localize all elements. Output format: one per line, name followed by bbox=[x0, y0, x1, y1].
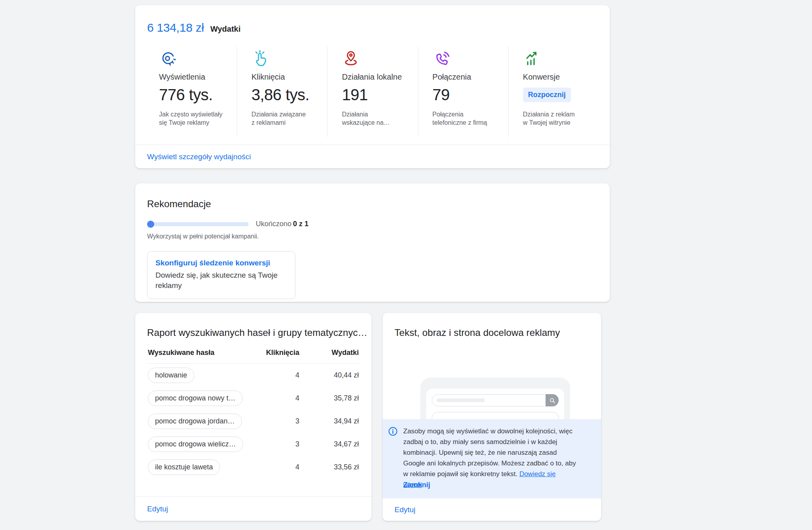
performance-summary-card: 6 134,18 zł Wydatki Wyświetlenia 776 tys… bbox=[135, 5, 610, 168]
clicks-value: 4 bbox=[252, 394, 299, 402]
progress-text: Ukończono0 z 1 bbox=[256, 220, 308, 228]
metric-stat: Rozpocznij bbox=[523, 84, 594, 105]
progress-indicator-dot bbox=[147, 221, 154, 228]
column-header-clicks: Kliknięcia bbox=[252, 349, 299, 357]
metric-value: 79 bbox=[433, 86, 450, 104]
spend-value: 34,94 zł bbox=[299, 417, 359, 425]
clicks-value: 4 bbox=[252, 371, 299, 379]
metric-stat: 191 bbox=[342, 84, 413, 105]
column-header-terms: Wyszukiwane hasła bbox=[148, 349, 252, 357]
metric-description: Połączenia telefoniczne z firmą bbox=[433, 110, 504, 127]
metric-description: Działania związane z reklamami bbox=[251, 110, 322, 127]
metric-stat: 3,86 tys. bbox=[251, 84, 322, 105]
metric-description: Jak często wyświetlały się Twoje reklamy bbox=[159, 110, 232, 127]
progress-count: 0 z 1 bbox=[293, 220, 308, 228]
clicks-value: 3 bbox=[252, 440, 299, 448]
ad-assets-title: Tekst, obraz i strona docelowa reklamy bbox=[383, 327, 601, 338]
recommendation-title-link[interactable]: Skonfiguruj śledzenie konwersji bbox=[155, 259, 287, 267]
search-term-chip[interactable]: pomoc drogowa jordan… bbox=[148, 414, 242, 429]
ad-assets-card: Tekst, obraz i strona docelowa reklamy bbox=[383, 313, 601, 521]
dismiss-banner-link[interactable]: Zamknij bbox=[403, 481, 430, 489]
search-terms-title: Raport wyszukiwanych haseł i grupy temat… bbox=[135, 327, 372, 338]
performance-card-footer: Wyświetl szczegóły wydajności bbox=[135, 145, 610, 168]
spend-headline: 6 134,18 zł Wydatki bbox=[146, 21, 599, 34]
mock-search-bar bbox=[432, 394, 559, 406]
ad-assets-card-footer: Edytuj bbox=[383, 498, 601, 521]
metric-stat: 79 bbox=[433, 84, 504, 105]
search-term-chip[interactable]: ile kosztuje laweta bbox=[148, 459, 220, 475]
progress-label: Ukończono bbox=[256, 220, 291, 228]
view-performance-details-link[interactable]: Wyświetl szczegóły wydajności bbox=[147, 153, 251, 161]
edit-search-terms-link[interactable]: Edytuj bbox=[147, 505, 168, 513]
search-term-chip[interactable]: pomoc drogowa wielicz… bbox=[148, 437, 243, 452]
impressions-eye-icon bbox=[159, 50, 177, 68]
spend-label: Wydatki bbox=[210, 25, 240, 34]
metric-column: Działania lokalne 191 Działania wskazują… bbox=[327, 46, 417, 137]
metric-column: Konwersje Rozpocznij Działania z reklam … bbox=[508, 46, 599, 137]
edit-ad-link[interactable]: Edytuj bbox=[395, 505, 416, 514]
clicks-value: 3 bbox=[252, 417, 299, 425]
metric-value: 776 tys. bbox=[159, 86, 213, 104]
search-terms-report-card: Raport wyszukiwanych haseł i grupy temat… bbox=[135, 313, 372, 521]
search-term-row: pomoc drogowa wielicz… 3 34,67 zł bbox=[135, 433, 372, 456]
metric-column: Kliknięcia 3,86 tys. Działania związane … bbox=[237, 46, 327, 137]
metric-label: Kliknięcia bbox=[251, 72, 322, 82]
clicks-hand-icon bbox=[251, 50, 270, 68]
clicks-value: 4 bbox=[252, 463, 299, 471]
conversions-chart-icon bbox=[523, 50, 541, 68]
metric-label: Konwersje bbox=[523, 72, 594, 82]
recommendations-subtitle: Wykorzystaj w pełni potencjał kampanii. bbox=[147, 233, 598, 240]
metric-stat: 776 tys. bbox=[159, 84, 232, 105]
spend-value: 40,44 zł bbox=[299, 371, 359, 379]
search-terms-table-header: Wyszukiwane hasła Kliknięcia Wydatki bbox=[135, 349, 372, 357]
search-icon bbox=[546, 394, 559, 406]
metric-label: Połączenia bbox=[433, 72, 504, 82]
recommendations-title: Rekomendacje bbox=[147, 198, 598, 210]
calls-phone-icon bbox=[433, 50, 451, 68]
metric-start-badge[interactable]: Rozpocznij bbox=[523, 88, 571, 102]
mock-search-placeholder bbox=[437, 398, 485, 402]
spend-value: 34,67 zł bbox=[299, 440, 359, 448]
spend-value: 6 134,18 zł bbox=[147, 21, 204, 34]
metrics-grid: Wyświetlenia 776 tys. Jak często wyświet… bbox=[146, 46, 599, 137]
recommendations-progress-row: Ukończono0 z 1 bbox=[147, 220, 598, 228]
metric-label: Działania lokalne bbox=[342, 72, 413, 82]
search-term-row: pomoc drogowa nowy t… 4 35,78 zł bbox=[135, 387, 372, 410]
metric-column: Wyświetlenia 776 tys. Jak często wyświet… bbox=[146, 46, 237, 137]
search-terms-card-footer: Edytuj bbox=[135, 496, 372, 521]
search-term-chip[interactable]: pomoc drogowa nowy t… bbox=[148, 391, 243, 406]
search-term-row: holowanie 4 40,44 zł bbox=[135, 364, 372, 387]
metric-description: Działania wskazujące na… bbox=[342, 110, 413, 127]
assets-info-banner: Zasoby mogą się wyświetlać w dowolnej ko… bbox=[383, 419, 601, 498]
spend-value: 35,78 zł bbox=[299, 394, 359, 402]
local-actions-pin-icon bbox=[342, 50, 360, 68]
recommendations-card: Rekomendacje Ukończono0 z 1 Wykorzystaj … bbox=[135, 183, 610, 302]
search-term-row: ile kosztuje laweta 4 33,56 zł bbox=[135, 456, 372, 479]
search-term-chip[interactable]: holowanie bbox=[148, 368, 194, 383]
ads-overview-page: 6 134,18 zł Wydatki Wyświetlenia 776 tys… bbox=[0, 0, 812, 530]
search-term-row: pomoc drogowa jordan… 3 34,94 zł bbox=[135, 410, 372, 433]
info-icon bbox=[388, 427, 398, 436]
performance-summary-main: 6 134,18 zł Wydatki Wyświetlenia 776 tys… bbox=[135, 5, 610, 145]
metric-value: 191 bbox=[342, 86, 368, 104]
recommendation-item-conversion-tracking[interactable]: Skonfiguruj śledzenie konwersji Dowiedz … bbox=[147, 251, 295, 299]
metric-column: Połączenia 79 Połączenia telefoniczne z … bbox=[418, 46, 508, 137]
metric-description: Działania z reklam w Twojej witrynie bbox=[523, 110, 594, 127]
progress-bar bbox=[147, 222, 249, 226]
metric-label: Wyświetlenia bbox=[159, 72, 232, 82]
spend-value: 33,56 zł bbox=[299, 463, 359, 471]
metric-value: 3,86 tys. bbox=[251, 86, 309, 104]
search-terms-rows: holowanie 4 40,44 zł pomoc drogowa nowy … bbox=[135, 364, 372, 479]
recommendation-description: Dowiedz się, jak skuteczne są Twoje rekl… bbox=[155, 270, 287, 291]
column-header-spend: Wydatki bbox=[299, 349, 359, 357]
